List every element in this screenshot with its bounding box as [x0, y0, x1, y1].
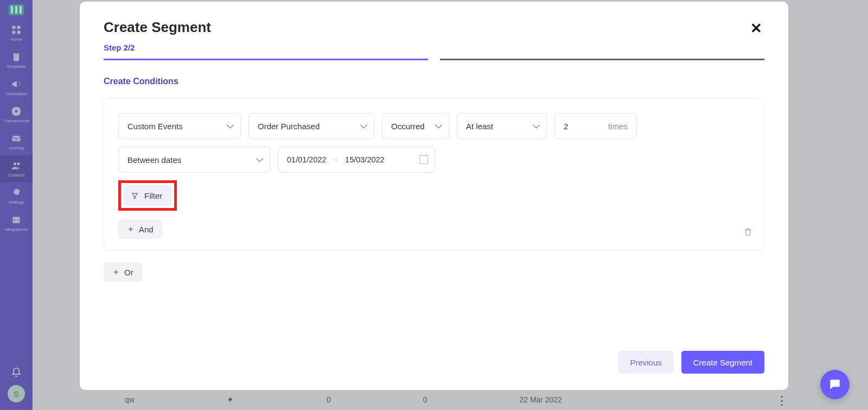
- previous-label: Previous: [630, 358, 661, 367]
- chat-widget-button[interactable]: [820, 370, 850, 399]
- or-label: Or: [124, 268, 133, 277]
- filter-button[interactable]: Filter: [123, 185, 172, 206]
- modal-overlay: Create Segment ✕ Step 2/2 Create Conditi…: [0, 0, 868, 410]
- comparator-select[interactable]: At least: [457, 113, 547, 139]
- filter-label: Filter: [144, 191, 162, 200]
- plus-icon: [112, 268, 120, 276]
- date-range-picker[interactable]: 01/01/2022 → 15/03/2022: [278, 147, 435, 173]
- occurrence-select[interactable]: Occurred: [382, 113, 449, 139]
- date-from: 01/01/2022: [287, 155, 327, 164]
- date-mode-select[interactable]: Between dates: [118, 147, 270, 173]
- step-label: Step 2/2: [104, 43, 764, 52]
- chat-icon: [828, 377, 842, 392]
- step-bar-1: [104, 59, 428, 60]
- select-value: Between dates: [127, 155, 181, 165]
- select-value: Custom Events: [127, 122, 183, 131]
- create-segment-modal: Create Segment ✕ Step 2/2 Create Conditi…: [80, 2, 788, 390]
- step-bar-2: [440, 59, 764, 60]
- trash-icon: [743, 227, 753, 237]
- close-icon: ✕: [750, 20, 762, 36]
- filter-highlight-box: Filter: [118, 180, 177, 211]
- select-value: Order Purchased: [258, 122, 320, 131]
- submit-label: Create Segment: [693, 358, 752, 367]
- event-type-select[interactable]: Custom Events: [118, 113, 241, 139]
- create-conditions-title: Create Conditions: [104, 77, 764, 86]
- select-value: Occurred: [391, 122, 425, 131]
- and-label: And: [139, 225, 154, 234]
- count-input[interactable]: [564, 122, 585, 131]
- add-or-button[interactable]: Or: [104, 262, 142, 282]
- previous-button[interactable]: Previous: [618, 351, 673, 374]
- date-to: 15/03/2022: [345, 155, 385, 164]
- plus-icon: [127, 225, 135, 233]
- step-progress: [104, 59, 764, 60]
- delete-condition-button[interactable]: [743, 227, 753, 239]
- arrow-right-icon: →: [332, 155, 340, 164]
- filter-icon: [131, 192, 139, 200]
- close-button[interactable]: ✕: [748, 19, 764, 37]
- count-suffix: times: [608, 122, 628, 131]
- count-input-group: times: [554, 113, 637, 139]
- condition-card: Custom Events Order Purchased Occurred A…: [104, 98, 764, 250]
- select-value: At least: [466, 122, 493, 131]
- event-name-select[interactable]: Order Purchased: [248, 113, 374, 139]
- add-and-button[interactable]: And: [118, 219, 162, 239]
- modal-title: Create Segment: [104, 19, 211, 36]
- create-segment-button[interactable]: Create Segment: [681, 351, 764, 374]
- modal-footer: Previous Create Segment: [104, 329, 764, 374]
